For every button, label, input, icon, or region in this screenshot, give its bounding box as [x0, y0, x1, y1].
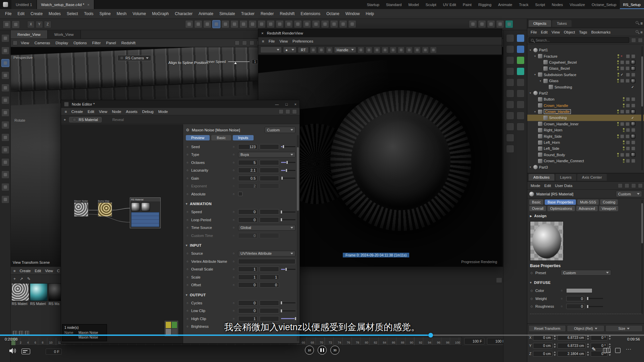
viewport-menu-item[interactable]: Display [53, 41, 71, 45]
param-value-field[interactable]: 0 [566, 304, 585, 309]
object-type-icon[interactable] [543, 66, 548, 71]
node-param-row[interactable]: ○ Vertex Attribute Name ○ [186, 257, 296, 265]
port-icon[interactable]: ○ [186, 218, 189, 222]
phong-tag-icon[interactable] [620, 153, 624, 157]
path-icon[interactable] [638, 38, 643, 43]
reveal-search-placeholder[interactable]: Reveal [112, 118, 124, 122]
panel-menu-icon[interactable]: ≡ [261, 39, 266, 43]
param-slider[interactable] [281, 302, 296, 303]
material-param-row[interactable]: ◇ Roughness ○ 0 [527, 303, 644, 311]
menu-item[interactable]: Mesh [114, 11, 129, 16]
param-slider[interactable] [281, 219, 296, 220]
material-menu-item[interactable]: Create [17, 269, 33, 273]
object-name[interactable]: Part1 [539, 48, 548, 52]
connect-dot-icon[interactable]: ○ [233, 301, 236, 305]
open-material-icon[interactable]: ↗ [20, 277, 23, 281]
param-value2-field[interactable] [260, 168, 279, 173]
object-name[interactable]: Crown_Handle [544, 104, 568, 108]
object-type-icon[interactable] [538, 110, 542, 114]
sky-dock-icon[interactable] [517, 89, 525, 98]
node-param-row[interactable]: ○ Gain ○ 0.5 0.5 [186, 174, 296, 182]
object-type-icon[interactable] [543, 79, 548, 83]
param-value-field[interactable]: 1 [238, 275, 258, 280]
viewport-tab[interactable]: Render_View [11, 30, 48, 39]
search-icon[interactable] [636, 30, 638, 33]
spinner-icon[interactable] [587, 335, 590, 340]
filter-icon[interactable] [631, 38, 636, 43]
assign-section-header[interactable]: ▸ Assign [527, 211, 644, 219]
param-value2-field[interactable] [260, 217, 279, 223]
visibility-dots-icon[interactable] [623, 128, 625, 132]
node-param-row[interactable]: ○ Low Clip ○ 0 0 [186, 307, 296, 315]
size-field[interactable]: 2.1804 cm [557, 351, 586, 357]
node-param-row[interactable]: ○ Speed ○ 0 0 [186, 208, 296, 216]
scale-tool-icon[interactable] [212, 20, 220, 28]
node-editor-menu-item[interactable]: Node [110, 110, 124, 114]
visibility-dots-icon[interactable] [623, 140, 625, 144]
expand-caret-icon[interactable]: ▾ [539, 79, 542, 82]
material-tag-icon[interactable] [631, 110, 635, 114]
object-dock-icon[interactable] [506, 67, 514, 75]
snowflake-lock-icon[interactable] [374, 47, 380, 53]
sync-icon[interactable] [235, 41, 239, 45]
preset-dropdown[interactable]: Custom [561, 270, 611, 276]
enabled-check-icon[interactable]: ✓ [631, 116, 635, 120]
filter-dock-icon[interactable] [506, 101, 514, 109]
port-icon[interactable]: ○ [186, 210, 189, 214]
add-aov-icon[interactable] [358, 47, 364, 53]
visibility-dots-icon[interactable] [623, 146, 625, 150]
axis-modify-icon[interactable] [1, 133, 9, 141]
visibility-dots-icon[interactable] [617, 60, 619, 64]
camera-key-icon[interactable] [487, 20, 495, 28]
connect-dot-icon[interactable]: ○ [233, 145, 236, 148]
subdivision-surface-icon[interactable] [303, 20, 311, 28]
param-dropdown[interactable]: UV/Vertex Attribute [238, 251, 296, 256]
param-value2-field[interactable] [260, 266, 279, 272]
phong-tag-icon[interactable] [626, 159, 630, 163]
object-tree-row[interactable]: ▾ Crown_Handle ✓ × [527, 103, 644, 109]
inspector-tab[interactable]: Preview [186, 135, 210, 140]
object-manager-menu-item[interactable]: Tags [577, 30, 589, 34]
deformer-dock-icon[interactable] [517, 67, 525, 75]
picture-viewer-icon[interactable] [422, 47, 429, 53]
object-name[interactable]: Round_Body [544, 153, 565, 157]
panel-menu-icon[interactable]: ≡ [12, 269, 17, 273]
spinner-icon[interactable] [587, 351, 590, 356]
object-tree-row[interactable]: ▾ Crown_Handle_Connect ✓ × [527, 158, 644, 164]
phong-tag-icon[interactable] [626, 54, 630, 58]
node-graph-canvas[interactable]: Maxon Noise Bump Map RS Material [61, 124, 183, 343]
expand-caret-icon[interactable]: ▾ [533, 55, 537, 58]
history-back-icon[interactable] [618, 183, 623, 188]
panel-menu-icon[interactable]: ≡ [640, 30, 643, 34]
node-param-row[interactable]: ○ Offset ○ 0 0 0 [186, 281, 296, 289]
snap-icon[interactable] [348, 20, 356, 28]
param-slider[interactable] [281, 318, 296, 319]
connect-dot-icon[interactable]: ○ [233, 226, 236, 229]
keyboard-shortcuts-icon[interactable] [603, 348, 610, 353]
pick-color-icon[interactable] [382, 47, 388, 53]
layout-tab[interactable]: UV Edit [440, 0, 460, 9]
world-dock-icon[interactable] [506, 145, 514, 153]
attribute-tab[interactable]: Attributes [529, 174, 554, 181]
port-icon[interactable]: ○ [186, 276, 189, 279]
sketch-tool-icon[interactable] [1, 109, 9, 117]
magnet-tool-icon[interactable] [1, 158, 9, 166]
material-section-tab[interactable]: Basic [529, 199, 543, 205]
object-name[interactable]: Button [544, 97, 554, 101]
param-value2-field[interactable] [260, 160, 279, 165]
object-tree-row[interactable]: ▾ Fracture ✓ × [527, 53, 644, 59]
attribute-tab[interactable]: Axis Center [577, 174, 606, 181]
visibility-dots-icon[interactable] [617, 110, 619, 114]
material-tab-chip[interactable]: RS Material [69, 117, 101, 122]
node-editor-menu-item[interactable]: Assets [123, 110, 140, 114]
close-panel-icon[interactable]: × [261, 31, 264, 35]
menu-item[interactable]: Volume [129, 11, 149, 16]
port-icon[interactable]: ○ [186, 192, 189, 196]
param-checkbox[interactable] [238, 192, 243, 196]
menu-item[interactable]: Simulate [216, 11, 238, 16]
param-slider[interactable] [281, 269, 296, 270]
object-type-icon[interactable] [549, 85, 553, 89]
node-editor-menu-item[interactable]: Debug [140, 110, 156, 114]
object-name[interactable]: Crown_Handle_Inner [544, 122, 579, 126]
mograph-icon[interactable] [321, 20, 329, 28]
